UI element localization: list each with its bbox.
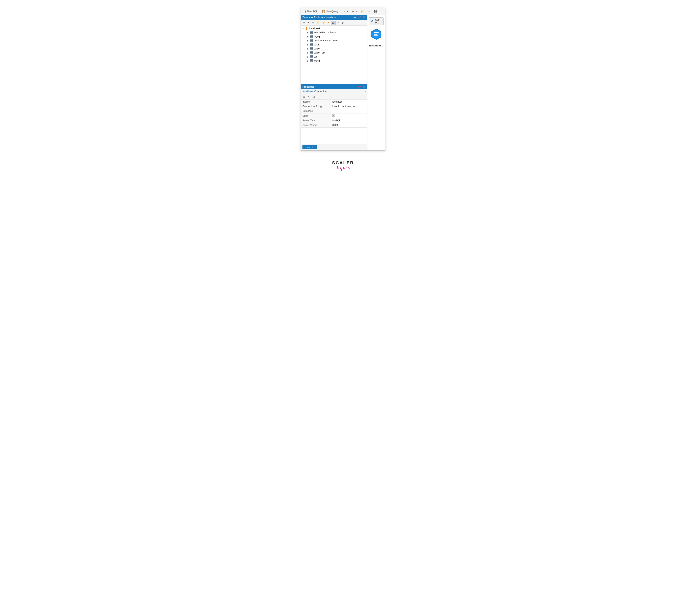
db-label-sakila: sakila <box>314 43 320 46</box>
tree-toggle-world[interactable]: ▶ <box>306 60 309 62</box>
tree-toggle-root[interactable]: ▼ <box>302 27 304 30</box>
svg-point-6 <box>307 29 307 30</box>
toolbar-open-button[interactable]: 📂 <box>359 9 366 14</box>
prop-label-database: Database <box>301 109 331 113</box>
tree-item-information-schema[interactable]: ▶ information_schema <box>301 30 367 35</box>
prop-row-connection-string: Connection String User Id=root;Host=lo..… <box>301 104 367 109</box>
tree-toggle-sys[interactable]: ▶ <box>306 56 309 58</box>
tree-toggle-mysql[interactable]: ▶ <box>306 36 309 38</box>
new-sql-icon: ⬆ <box>304 10 306 13</box>
db-explorer-header: Database Explorer - localhost ─ 📌 ✕ <box>301 15 367 20</box>
svg-rect-13 <box>374 34 378 35</box>
tree-toggle-scaler-db[interactable]: ▶ <box>306 52 309 54</box>
toolbar-action-2[interactable]: ↩ <box>350 9 356 14</box>
toolbar-save-icon: 💾 <box>374 10 377 13</box>
toolbar-icon-1: 🗂 <box>342 10 345 13</box>
new-query-button[interactable]: 📋 New Query <box>320 9 340 14</box>
tree-item-sakila[interactable]: ▶ sakila <box>301 43 367 47</box>
tree-area: ▼ <box>301 26 367 84</box>
brand-topics-text: Topics <box>336 165 350 170</box>
db-explorer-pin[interactable]: 📌 <box>357 16 362 19</box>
svg-point-5 <box>306 29 306 30</box>
explorer-connect-btn[interactable]: ⚡ <box>315 21 321 25</box>
prop-row-server-version: Server Version 8.0.33 <box>301 123 367 128</box>
prop-value-server-type: MySQL <box>331 118 367 123</box>
tree-item-performance-schema[interactable]: ▶ performance_schema <box>301 39 367 43</box>
start-page-button[interactable]: S Start Pa... <box>369 17 384 25</box>
db-icon-mysql <box>310 35 313 38</box>
explorer-filterlist-btn[interactable]: ▽ <box>336 21 340 25</box>
svg-rect-14 <box>374 35 378 36</box>
explorer-toolbar: ↻ ✕ ⧉ ⚡ ⚡ ✦ ▤ ▽ ⚙ <box>301 20 367 26</box>
db-explorer-controls: ─ 📌 ✕ <box>353 16 366 19</box>
svg-rect-12 <box>374 32 379 33</box>
props-sort-btn[interactable]: A↓ <box>307 94 311 99</box>
tree-item-scaler-db[interactable]: ▶ scaler_db <box>301 51 367 55</box>
db-explorer-panel: Database Explorer - localhost ─ 📌 ✕ ↻ ✕ … <box>301 15 367 84</box>
db-label-mysql: mysql <box>314 35 320 38</box>
tree-root-localhost[interactable]: ▼ <box>301 26 367 30</box>
db-label-scaler: scaler <box>314 47 320 50</box>
explorer-group-btn[interactable]: ▤ <box>331 21 336 25</box>
explorer-disconnect-btn[interactable]: ⚡ <box>321 21 326 25</box>
db-label-scaler-db: scaler_db <box>314 51 325 54</box>
properties-context-type: Connection <box>314 90 327 93</box>
tree-toggle-perf-schema[interactable]: ▶ <box>306 40 309 42</box>
properties-context-bar: localhost Connection ▾ <box>301 89 367 94</box>
explorer-refresh-btn[interactable]: ↻ <box>302 21 306 25</box>
prop-label-server-type: Server Type <box>301 118 331 123</box>
open-checkbox[interactable] <box>333 114 335 117</box>
db-explorer-minimize[interactable]: ─ <box>353 16 357 19</box>
db-explorer-close[interactable]: ✕ <box>362 16 366 19</box>
db-icon-sys <box>310 55 313 58</box>
db-label-performance-schema: performance_schema <box>314 39 338 42</box>
toolbar-icon-3: ▾ <box>368 10 370 13</box>
toolbar-action-1[interactable]: 🗂 <box>341 9 346 14</box>
explorer-filter-connections-btn[interactable]: ✦ <box>327 21 331 25</box>
db-label-sys: sys <box>314 55 318 58</box>
props-custom-btn[interactable]: ⊡ <box>312 94 316 99</box>
prop-row-database: Database <box>301 109 367 113</box>
prop-row-name: (Name) localhost <box>301 100 367 104</box>
properties-pin[interactable]: 📌 <box>357 85 362 88</box>
logo-area <box>371 28 382 40</box>
tree-toggle-scaler[interactable]: ▶ <box>306 48 309 50</box>
right-panel: S Start Pa... Recent Fi... <box>367 15 385 150</box>
prop-label-name: (Name) <box>301 100 331 104</box>
prop-value-connection-string: User Id=root;Host=lo... <box>331 104 367 109</box>
properties-close[interactable]: ✕ <box>362 85 366 88</box>
left-panels: Database Explorer - localhost ─ 📌 ✕ ↻ ✕ … <box>301 15 367 150</box>
toolbar-dropdown-1[interactable]: ▾ <box>346 10 349 14</box>
tree-item-scaler[interactable]: ▶ scaler <box>301 47 367 51</box>
properties-empty-area <box>301 128 367 144</box>
tree-toggle-info-schema[interactable]: ▶ <box>306 31 309 34</box>
prop-value-open <box>331 113 367 118</box>
db-icon-world <box>310 59 313 62</box>
toolbar-open-icon: 📂 <box>361 10 364 13</box>
explorer-copy-btn[interactable]: ⧉ <box>311 20 315 25</box>
prop-row-server-type: Server Type MySQL <box>301 118 367 123</box>
toolbar-action-3[interactable]: ▾ <box>367 9 371 14</box>
db-explorer-title: Database Explorer - localhost <box>302 16 353 19</box>
properties-minimize[interactable]: ─ <box>353 85 357 88</box>
tree-item-world[interactable]: ▶ world <box>301 59 367 63</box>
toolbar-save-button[interactable]: 💾 <box>372 9 379 14</box>
properties-action-btn[interactable]: connect... <box>302 145 317 149</box>
db-label-world: world <box>314 59 320 62</box>
tree-root-label: localhost <box>309 27 320 30</box>
svg-text:S: S <box>372 21 373 22</box>
toolbar-dropdown-2[interactable]: ▾ <box>356 10 358 14</box>
explorer-settings-btn[interactable]: ⚙ <box>340 21 345 25</box>
tree-item-sys[interactable]: ▶ sys <box>301 55 367 59</box>
prop-value-server-version: 8.0.33 <box>331 123 367 128</box>
svg-point-7 <box>306 29 307 30</box>
db-icon-performance-schema <box>310 39 313 42</box>
main-area: Database Explorer - localhost ─ 📌 ✕ ↻ ✕ … <box>301 15 385 150</box>
props-categorize-btn[interactable]: ⊞ <box>302 94 306 99</box>
tree-toggle-sakila[interactable]: ▶ <box>306 44 309 46</box>
new-query-icon: 📋 <box>322 10 325 13</box>
explorer-delete-btn[interactable]: ✕ <box>306 21 311 25</box>
new-sql-button[interactable]: ⬆ New SQL <box>302 9 319 14</box>
properties-context-dropdown[interactable]: ▾ <box>365 90 366 93</box>
tree-item-mysql[interactable]: ▶ mysql <box>301 35 367 39</box>
